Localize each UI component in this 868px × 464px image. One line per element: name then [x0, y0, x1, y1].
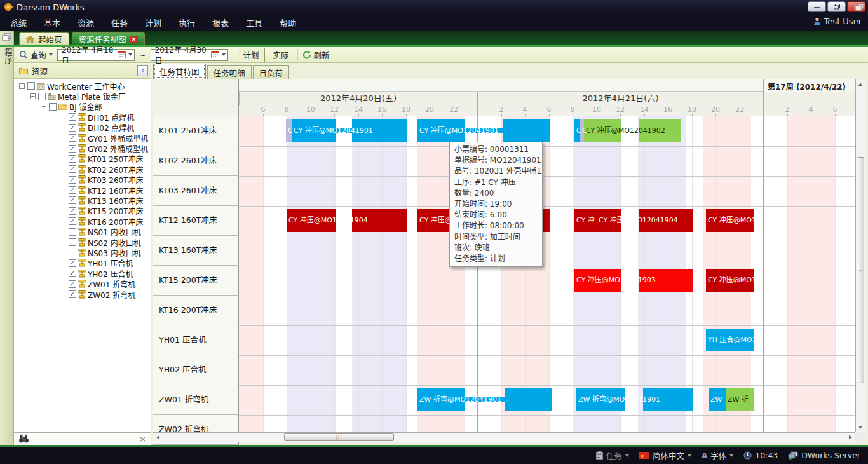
doc-tab-2[interactable]: 资源任务视图× [72, 32, 145, 45]
close-icon[interactable]: × [130, 36, 138, 43]
gantt-task-bar[interactable] [505, 388, 552, 411]
window-list-icon[interactable] [855, 3, 864, 15]
tree-item-GY02[interactable]: ✓GY02 外桶成型机 [14, 143, 151, 153]
tree-item-ZW02[interactable]: ✓ZW02 折弯机 [14, 289, 151, 299]
program-side-strip[interactable]: 程序 [0, 31, 14, 445]
tree-item-DH01[interactable]: ✓DH01 点焊机 [14, 112, 151, 122]
sidebar-collapse-button[interactable]: ‹ [137, 65, 148, 76]
menu-item-1[interactable]: 系统 [10, 17, 27, 29]
plan-toggle-button[interactable]: 计划 [238, 48, 265, 62]
checkbox[interactable]: ✓ [69, 134, 76, 142]
tree-item-GY01[interactable]: ✓GY01 外桶成型机 [14, 133, 151, 143]
tree-item-DH02[interactable]: ✓DH02 点焊机 [14, 123, 151, 133]
menu-item-8[interactable]: 工具 [246, 17, 262, 29]
tree-item-KT16[interactable]: ✓KT16 200T冲床 [14, 216, 151, 226]
view-tab-3[interactable]: 日负荷 [253, 65, 290, 79]
checkbox[interactable] [69, 228, 76, 236]
expand-toggle-icon[interactable]: − [30, 93, 36, 99]
checkbox[interactable]: ✓ [69, 259, 76, 267]
checkbox[interactable]: ✓ [69, 280, 76, 288]
machine-icon [78, 123, 86, 132]
chevron-down-icon[interactable] [128, 53, 132, 56]
status-item-4[interactable]: 10:43 [743, 451, 778, 460]
tree-item-KT12[interactable]: ✓KT12 160T冲床 [14, 185, 151, 195]
restore-button[interactable] [827, 1, 846, 12]
horizontal-scrollbar[interactable]: ||| [153, 432, 855, 442]
status-item-3[interactable]: A字体 [702, 449, 733, 461]
checkbox[interactable]: ✓ [69, 113, 76, 121]
menu-item-2[interactable]: 基本 [44, 17, 60, 29]
checkbox[interactable]: ✓ [69, 165, 76, 173]
refresh-button[interactable]: 刷新 [302, 49, 330, 61]
gantt-task-bar[interactable] [503, 119, 550, 142]
checkbox[interactable]: ✓ [69, 155, 76, 163]
vertical-scrollbar-thumb[interactable]: ≡ [857, 157, 864, 383]
tree-item-YH02[interactable]: ✓YH02 压合机 [14, 268, 151, 278]
vertical-scrollbar[interactable]: ≡ [855, 79, 865, 432]
toolbar-separator [297, 49, 298, 60]
tree-item-NS03[interactable]: NS03 内收口机 [14, 247, 151, 257]
chevron-down-icon[interactable] [729, 454, 733, 457]
minimize-button[interactable]: — [808, 1, 826, 12]
close-icon[interactable]: × [139, 434, 146, 444]
expand-toggle-icon[interactable]: − [41, 104, 46, 109]
binoculars-icon[interactable] [18, 435, 29, 443]
query-button[interactable]: 查询 [19, 49, 53, 61]
scroll-right-icon[interactable] [849, 435, 852, 439]
tree-item-NS02[interactable]: NS02 内收口机 [14, 237, 151, 247]
chevron-down-icon[interactable] [688, 454, 691, 457]
tree-item-BJ[interactable]: −BJ 钣金部 [14, 102, 151, 112]
chevron-down-icon[interactable] [625, 454, 629, 457]
user-chip[interactable]: Test User [813, 17, 862, 26]
scroll-down-icon[interactable] [858, 426, 862, 429]
tree-item-KT15[interactable]: ✓KT15 200T冲床 [14, 206, 151, 216]
checkbox[interactable]: ✓ [69, 196, 76, 204]
gantt-row-header: YH01 压合机 [153, 325, 239, 355]
scroll-up-icon[interactable] [858, 83, 862, 86]
tree-item-KT13[interactable]: ✓KT13 160T冲床 [14, 195, 151, 205]
checkbox[interactable]: ✓ [69, 217, 76, 225]
status-item-5[interactable]: DWorks Server [788, 451, 860, 460]
checkbox[interactable]: ✓ [69, 176, 76, 184]
checkbox[interactable]: ✓ [69, 124, 76, 132]
horizontal-scrollbar-thumb[interactable]: ||| [284, 433, 394, 441]
view-tab-1[interactable]: 任务甘特图 [153, 64, 206, 79]
menu-item-9[interactable]: 帮助 [280, 17, 296, 29]
checkbox[interactable] [38, 93, 46, 100]
chevron-down-icon[interactable] [222, 53, 226, 56]
checkbox[interactable] [69, 249, 76, 256]
checkbox[interactable]: ✓ [69, 145, 76, 153]
tree-item-YH01[interactable]: ✓YH01 压合机 [14, 258, 151, 268]
tree-item-NS01[interactable]: NS01 内收口机 [14, 226, 151, 236]
menu-item-6[interactable]: 执行 [179, 17, 195, 29]
checkbox[interactable] [27, 82, 35, 90]
view-tab-2[interactable]: 任务明细 [207, 65, 252, 79]
user-name: Test User [824, 17, 862, 26]
scroll-left-icon[interactable] [156, 435, 159, 439]
checkbox[interactable]: ✓ [69, 186, 76, 194]
tree-item-Metal[interactable]: −Metal Plate 钣金厂 [14, 91, 151, 101]
doc-tab-1[interactable]: 起始页 [19, 32, 69, 45]
date-from-picker[interactable]: 2012年 4月18日 [57, 49, 135, 61]
tree-item-WorkCenter[interactable]: −WorkCenter 工作中心 [14, 81, 151, 91]
checkbox[interactable] [49, 103, 57, 111]
tree-item-ZW01[interactable]: ✓ZW01 折弯机 [14, 278, 151, 289]
tooltip-line: 结束时间: 6:00 [454, 210, 538, 221]
expand-toggle-icon[interactable]: − [19, 83, 25, 89]
menu-item-4[interactable]: 任务 [111, 17, 128, 29]
tree-item-KT03[interactable]: ✓KT03 260T冲床 [14, 175, 151, 185]
tree-item-KT02[interactable]: ✓KT02 260T冲床 [14, 164, 151, 174]
tree-item-KT01[interactable]: ✓KT01 250T冲床 [14, 154, 151, 164]
checkbox[interactable]: ✓ [69, 270, 76, 277]
status-item-1[interactable]: 任务 [596, 449, 629, 461]
chevron-down-icon[interactable] [49, 53, 53, 56]
checkbox[interactable]: ✓ [69, 207, 76, 215]
status-item-2[interactable]: ★简体中文 [639, 449, 691, 461]
menu-item-7[interactable]: 报表 [212, 17, 229, 29]
menu-item-5[interactable]: 计划 [145, 17, 161, 29]
checkbox[interactable]: ✓ [69, 290, 76, 298]
date-to-picker[interactable]: 2012年 4月30日 [151, 49, 228, 61]
actual-toggle-button[interactable]: 实际 [269, 48, 293, 62]
menu-item-3[interactable]: 资源 [78, 17, 94, 29]
checkbox[interactable] [69, 238, 76, 246]
